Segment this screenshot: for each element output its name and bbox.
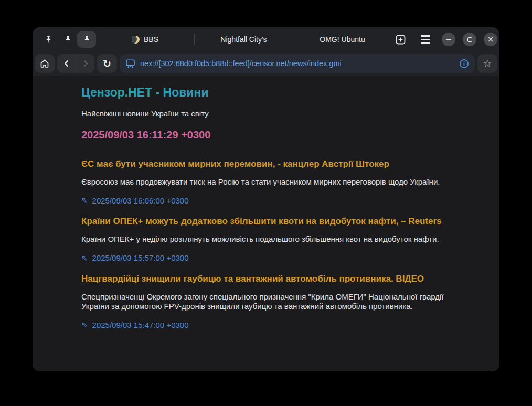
reload-button[interactable]: ↻ [97,54,117,73]
article: ЄС має бути учасником мирних перемовин, … [81,159,451,205]
new-tab-icon [396,35,406,45]
pinned-tab-2[interactable] [58,31,77,48]
home-icon [40,59,49,68]
tab-label: OMG! Ubuntu [320,35,365,44]
tab-label: BBS [144,35,158,44]
crescent-moon-favicon [132,36,140,44]
article-body: Спецпризначенці Окремого загону спеціаль… [81,292,451,312]
pinned-tab-1[interactable] [39,31,58,48]
tab-bbs[interactable]: BBS [96,27,194,51]
page-subtitle: Найсвіжіші новини України та світу [81,109,451,118]
maximize-button[interactable] [463,33,476,46]
close-icon: × [487,35,494,44]
forward-button[interactable] [76,54,94,73]
bookmark-button[interactable]: ☆ [477,54,497,73]
url-bar[interactable]: nex://[302:68d0:f0d5:b88d::feed]/censor.… [120,54,475,73]
minimize-button[interactable]: − [442,33,455,46]
northwest-arrow-icon: ⇖ [81,253,88,263]
article-heading: Нацгвардійці знищили гаубицю та вантажни… [81,274,451,284]
pushpin-icon [64,35,72,44]
tab-omg-ubuntu[interactable]: OMG! Ubuntu [293,27,391,51]
menu-icon [421,35,430,43]
minimize-icon: − [445,35,452,44]
article-body: Країни ОПЕК+ у неділю розглянуть можливі… [81,234,451,244]
pinned-tab-3-active[interactable] [77,31,96,48]
article-timestamp-link[interactable]: ⇖ 2025/09/03 15:47:00 +0300 [81,320,189,329]
menu-button[interactable] [417,30,434,48]
article-heading: ЄС має бути учасником мирних перемовин, … [81,159,451,169]
article-timestamp: 2025/09/03 15:47:00 +0300 [92,320,189,329]
tab-label: Nightfall City's [220,35,267,44]
northwest-arrow-icon: ⇖ [81,196,88,205]
article: Нацгвардійці знищили гаубицю та вантажни… [81,274,451,330]
back-button[interactable] [57,54,76,73]
terminal-monitor-icon [125,59,135,68]
tab-nightfall-citys[interactable]: Nightfall City's [195,27,293,51]
tabbar-right-cluster: − × [391,30,497,48]
reload-icon: ↻ [103,59,111,69]
browser-window: BBS Nightfall City's OMG! Ubuntu [33,27,499,371]
article-timestamp-link[interactable]: ⇖ 2025/09/03 15:57:00 +0300 [81,253,189,263]
article-timestamp-link[interactable]: ⇖ 2025/09/03 16:06:00 +0300 [81,196,189,205]
maximize-icon [467,37,472,42]
pushpin-icon [45,35,52,44]
forward-icon [82,60,89,67]
article-body: Євросоюз має продовжувати тиск на Росію … [81,177,451,187]
article-heading: Країни ОПЕК+ можуть додатково збільшити … [81,216,451,227]
page-info-button[interactable] [459,59,469,69]
navigation-bar: ↻ nex://[302:68d0:f0d5:b88d::feed]/censo… [33,51,499,76]
page-content: Цензор.НЕТ - Новини Найсвіжіші новини Ук… [33,76,499,371]
article-timestamp: 2025/09/03 16:06:00 +0300 [92,196,189,205]
page-title: Цензор.НЕТ - Новини [81,86,451,100]
updated-heading: 2025/09/03 16:11:29 +0300 [81,129,451,141]
star-icon: ☆ [483,58,492,69]
url-text[interactable]: nex://[302:68d0:f0d5:b88d::feed]/censor.… [140,59,454,68]
home-button[interactable] [35,54,55,73]
back-icon [63,60,70,67]
article: Країни ОПЕК+ можуть додатково збільшити … [81,216,451,262]
tab-bar: BBS Nightfall City's OMG! Ubuntu [33,27,499,51]
new-tab-button[interactable] [391,30,409,48]
article-timestamp: 2025/09/03 15:57:00 +0300 [92,253,189,262]
pushpin-icon [83,35,91,44]
northwest-arrow-icon: ⇖ [81,320,88,329]
close-button[interactable]: × [484,33,497,46]
history-buttons [57,54,94,73]
